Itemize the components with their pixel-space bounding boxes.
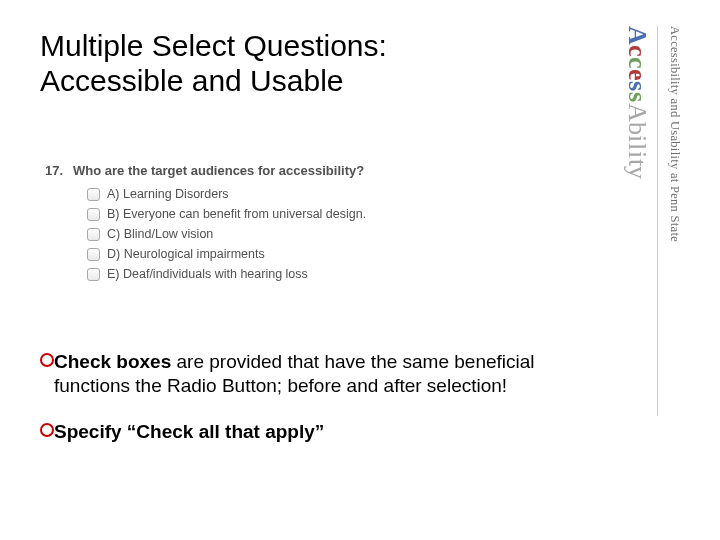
- vertical-divider: [657, 26, 658, 416]
- brand-letter: l: [622, 143, 652, 151]
- option-label: D) Neurological impairments: [107, 247, 265, 261]
- brand-wordmark: A c c e s s A b i l i t y: [622, 26, 652, 180]
- option-row: B) Everyone can benefit from universal d…: [87, 207, 445, 221]
- brand-letter: t: [622, 159, 652, 167]
- brand-letter: A: [622, 103, 652, 122]
- bullet-strong: Specify “Check all that apply”: [54, 421, 324, 442]
- brand-letter: A: [622, 26, 652, 45]
- brand-letter: c: [622, 57, 652, 69]
- option-label: A) Learning Disorders: [107, 187, 229, 201]
- bullet-text: Specify “Check all that apply”: [54, 420, 550, 444]
- brand-letter: i: [622, 151, 652, 159]
- option-row: A) Learning Disorders: [87, 187, 445, 201]
- option-label: C) Blind/Low vision: [107, 227, 213, 241]
- page-title: Multiple Select Questions: Accessible an…: [40, 28, 387, 99]
- question-line: 17. Who are the target audiences for acc…: [45, 163, 445, 178]
- brand-letter: c: [622, 45, 652, 57]
- brand-letter: b: [622, 122, 652, 136]
- title-line-1: Multiple Select Questions:: [40, 28, 387, 63]
- option-row: C) Blind/Low vision: [87, 227, 445, 241]
- options-list: A) Learning Disorders B) Everyone can be…: [87, 187, 445, 281]
- brand-letter: e: [622, 69, 652, 81]
- ring-bullet-icon: [40, 423, 54, 437]
- question-number: 17.: [45, 163, 73, 178]
- option-row: E) Deaf/individuals with hearing loss: [87, 267, 445, 281]
- option-row: D) Neurological impairments: [87, 247, 445, 261]
- checkbox-icon[interactable]: [87, 268, 100, 281]
- option-label: B) Everyone can benefit from universal d…: [107, 207, 366, 221]
- bullet-item: Specify “Check all that apply”: [40, 420, 550, 444]
- bullet-list: Check boxes are provided that have the s…: [40, 350, 550, 465]
- ring-bullet-icon: [40, 353, 54, 367]
- slide: Multiple Select Questions: Accessible an…: [0, 0, 720, 540]
- question-text: Who are the target audiences for accessi…: [73, 163, 364, 178]
- checkbox-icon[interactable]: [87, 208, 100, 221]
- option-label: E) Deaf/individuals with hearing loss: [107, 267, 308, 281]
- brand-letter: i: [622, 135, 652, 143]
- bullet-strong: Check boxes: [54, 351, 171, 372]
- title-line-2: Accessible and Usable: [40, 63, 387, 98]
- checkbox-icon[interactable]: [87, 188, 100, 201]
- brand-tagline: Accessibility and Usability at Penn Stat…: [667, 26, 682, 242]
- question-block: 17. Who are the target audiences for acc…: [45, 163, 445, 287]
- brand-letter: s: [622, 92, 652, 103]
- checkbox-icon[interactable]: [87, 228, 100, 241]
- brand-letter: y: [622, 166, 652, 180]
- bullet-text: Check boxes are provided that have the s…: [54, 350, 550, 398]
- bullet-item: Check boxes are provided that have the s…: [40, 350, 550, 398]
- sidebar-brand: A c c e s s A b i l i t y Accessibility …: [614, 26, 692, 506]
- checkbox-icon[interactable]: [87, 248, 100, 261]
- brand-letter: s: [622, 81, 652, 92]
